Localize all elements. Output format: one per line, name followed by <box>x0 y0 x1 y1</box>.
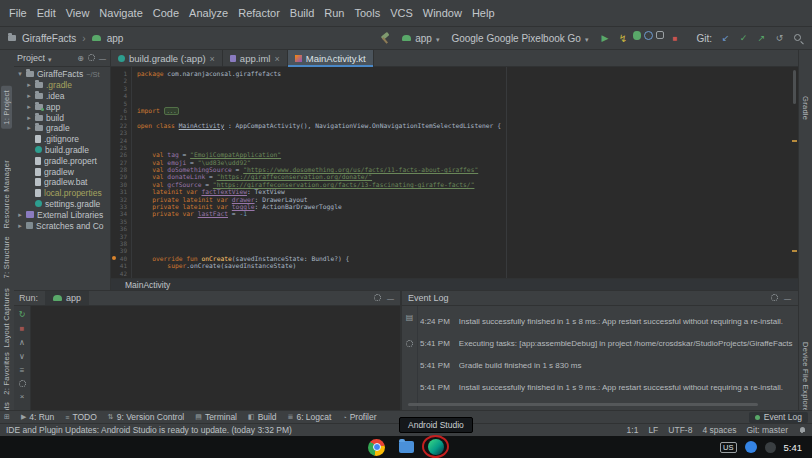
menu-item-file[interactable]: File <box>4 5 32 21</box>
breadcrumb-project[interactable]: GiraffeFacts <box>22 33 76 44</box>
code-line[interactable] <box>137 144 793 151</box>
menu-item-tools[interactable]: Tools <box>349 5 385 21</box>
code-line[interactable]: override fun onCreate(savedInstanceState… <box>137 255 793 262</box>
override-icon[interactable] <box>112 256 116 260</box>
tree-item-gradlew-bat[interactable]: gradlew.bat <box>14 177 110 188</box>
stop-icon[interactable] <box>667 31 682 46</box>
code-line[interactable]: private lateinit var drawer: DrawerLayou… <box>137 196 793 203</box>
notification-icon[interactable] <box>745 441 757 453</box>
soft-wrap-icon[interactable] <box>18 366 27 375</box>
chevron-right-icon[interactable] <box>26 103 32 111</box>
code-line[interactable]: val gcfSource = "https://giraffeconserva… <box>137 181 793 188</box>
status-lf[interactable]: LF <box>648 425 658 435</box>
breadcrumb-class[interactable]: MainActivity <box>125 280 170 290</box>
menu-item-analyze[interactable]: Analyze <box>184 5 233 21</box>
git-update-icon[interactable] <box>718 31 733 46</box>
attach-debugger-icon[interactable] <box>656 31 664 39</box>
menu-item-help[interactable]: Help <box>467 5 500 21</box>
code-line[interactable] <box>137 85 793 92</box>
error-stripe-mark[interactable] <box>792 250 797 252</box>
run-console[interactable] <box>14 306 400 410</box>
code-line[interactable]: super.onCreate(savedInstanceState) <box>137 262 793 269</box>
tool-button-2-favorites[interactable]: 2: Favorites <box>2 352 11 395</box>
tree-item-gradle[interactable]: gradle <box>14 123 110 134</box>
settings-icon[interactable] <box>406 340 413 347</box>
settings-icon[interactable] <box>374 294 381 301</box>
chevron-right-icon[interactable] <box>17 222 23 230</box>
tool-window-button-6-logcat[interactable]: 6: Logcat <box>288 412 332 422</box>
code-line[interactable] <box>137 233 793 240</box>
close-icon[interactable] <box>274 53 279 64</box>
menu-item-run[interactable]: Run <box>319 5 349 21</box>
tool-button-1-project[interactable]: 1: Project <box>1 86 12 129</box>
chevron-right-icon[interactable] <box>26 114 32 122</box>
tool-window-button-build[interactable]: Build <box>248 412 277 422</box>
git-rollback-icon[interactable] <box>772 31 787 46</box>
hide-icon[interactable] <box>98 54 107 63</box>
code-line[interactable]: val donateLink = "https://giraffeconserv… <box>137 173 793 180</box>
code-line[interactable] <box>137 114 793 121</box>
tool-button-device-file-explorer[interactable]: Device File Explorer <box>801 342 810 415</box>
chevron-down-icon[interactable] <box>48 53 52 64</box>
tool-button-layout-captures[interactable]: Layout Captures <box>2 288 11 348</box>
debug-icon[interactable] <box>633 31 641 40</box>
tool-window-switcher-icon[interactable] <box>4 413 10 421</box>
tree-item-settings-gradle[interactable]: settings.gradle <box>14 199 110 210</box>
stop-icon[interactable] <box>18 324 27 333</box>
status-4-spaces[interactable]: 4 spaces <box>702 425 736 435</box>
hide-icon[interactable] <box>386 294 395 303</box>
locate-icon[interactable] <box>76 54 85 63</box>
breadcrumb-module[interactable]: app <box>107 33 124 44</box>
run-icon[interactable] <box>597 31 612 46</box>
code-line[interactable] <box>137 218 793 225</box>
search-icon[interactable] <box>793 33 804 44</box>
tree-item-build[interactable]: build <box>14 112 110 123</box>
project-panel-title[interactable]: Project <box>17 53 45 63</box>
power-icon[interactable] <box>765 442 776 453</box>
tool-button-gradle[interactable]: Gradle <box>801 96 810 120</box>
tree-item-local-properties[interactable]: local.properties <box>14 188 110 199</box>
clock[interactable]: 5:41 <box>784 442 803 453</box>
tree-item-gitignore[interactable]: .gitignore <box>14 134 110 145</box>
code-line[interactable] <box>137 270 793 277</box>
tree-item-gradle[interactable]: .gradle <box>14 80 110 91</box>
chevron-right-icon[interactable] <box>26 124 32 132</box>
status-message[interactable]: IDE and Plugin Updates: Android Studio i… <box>6 425 292 435</box>
tree-item-app[interactable]: app <box>14 101 110 112</box>
tool-window-button-4-run[interactable]: 4: Run <box>21 412 54 422</box>
keyboard-layout-badge[interactable]: US <box>720 442 736 453</box>
code-line[interactable] <box>137 225 793 232</box>
chevron-right-icon[interactable] <box>26 81 32 89</box>
hide-icon[interactable] <box>783 294 792 303</box>
code-line[interactable]: private var lastFact = -1 <box>137 210 793 217</box>
tree-item-idea[interactable]: .idea <box>14 91 110 102</box>
tool-window-button-9-version-control[interactable]: 9: Version Control <box>108 412 184 422</box>
chrome-icon[interactable] <box>368 439 385 456</box>
build-hammer-icon[interactable] <box>378 31 393 46</box>
run-tab-app[interactable]: app <box>45 291 89 305</box>
menu-item-refactor[interactable]: Refactor <box>233 5 285 21</box>
tree-item-gradlew[interactable]: gradlew <box>14 166 110 177</box>
tree-item-external-libraries[interactable]: External Libraries <box>14 209 110 220</box>
code-line[interactable]: package com.naranjaconsal.giraffefacts <box>137 70 793 77</box>
chevron-down-icon[interactable] <box>17 70 23 78</box>
error-stripe-mark[interactable] <box>792 140 797 142</box>
rerun-icon[interactable] <box>18 310 27 319</box>
event-log-scrollbar[interactable] <box>408 403 758 406</box>
scroll-down-icon[interactable] <box>18 352 27 361</box>
close-icon[interactable] <box>210 53 215 64</box>
code-line[interactable]: lateinit var factTextView: TextView <box>137 188 793 195</box>
code-line[interactable]: private lateinit var toggle: ActionBarDr… <box>137 203 793 210</box>
menu-item-code[interactable]: Code <box>148 5 184 21</box>
tool-window-button-terminal[interactable]: Terminal <box>195 412 237 422</box>
code-line[interactable] <box>137 129 793 136</box>
android-studio-taskbar-item[interactable] <box>428 439 444 455</box>
notifications-bell-icon[interactable] <box>798 426 806 434</box>
menu-item-navigate[interactable]: Navigate <box>94 5 147 21</box>
code-line[interactable] <box>137 100 793 107</box>
code-line[interactable]: open class MainActivity : AppCompatActiv… <box>137 122 793 129</box>
code-line[interactable] <box>137 77 793 84</box>
status-1-1[interactable]: 1:1 <box>627 425 639 435</box>
code-line[interactable]: val emoji = "\ud83e\udd92" <box>137 159 793 166</box>
editor-code-area[interactable]: package com.naranjaconsal.giraffefacts i… <box>133 67 793 278</box>
